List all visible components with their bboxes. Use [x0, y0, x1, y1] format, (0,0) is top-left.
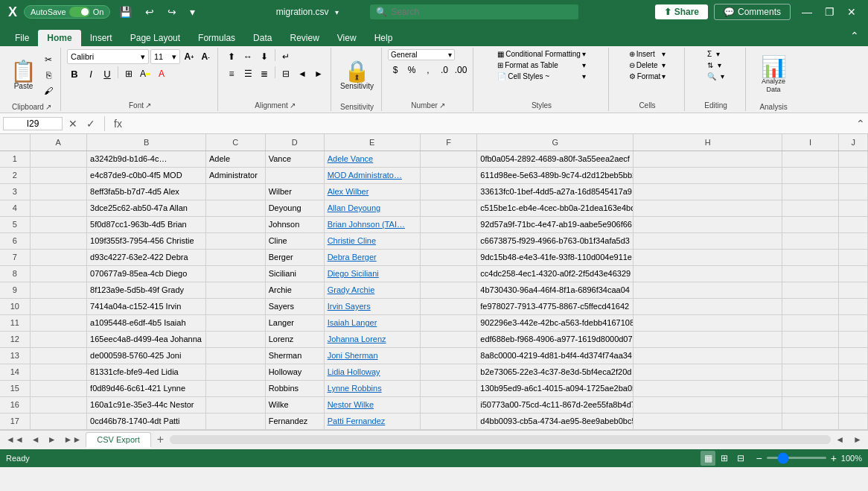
find-select-button[interactable]: 🔍 ▾ — [705, 72, 727, 81]
zoom-in-button[interactable]: + — [829, 452, 838, 464]
cell-h5[interactable] — [634, 216, 782, 232]
tab-data[interactable]: Data — [244, 30, 281, 46]
search-input[interactable] — [370, 4, 578, 19]
cell-d14[interactable]: Holloway — [265, 364, 324, 380]
cell-d5[interactable]: Johnson — [265, 216, 324, 232]
sheet-tab-csv-export[interactable]: CSV Export — [86, 432, 150, 448]
cell-a15[interactable] — [30, 380, 87, 396]
format-cells-button[interactable]: ⚙ Format ▾ — [627, 72, 668, 81]
cell-h6[interactable] — [634, 232, 782, 249]
cell-j15[interactable] — [839, 380, 868, 396]
cell-j5[interactable] — [839, 216, 868, 232]
cell-d10[interactable]: Sayers — [265, 298, 324, 314]
cell-c2[interactable]: Administrator — [206, 167, 266, 183]
sort-filter-button[interactable]: ⇅ ▾ — [705, 60, 727, 70]
row-number[interactable]: 7 — [0, 249, 30, 265]
increase-font-button[interactable]: A+ — [182, 49, 197, 64]
align-right-button[interactable]: ≣ — [257, 66, 272, 81]
cell-j8[interactable] — [839, 265, 868, 282]
cell-h1[interactable] — [634, 151, 782, 167]
cell-a10[interactable] — [30, 298, 87, 314]
cell-b16[interactable]: 160a1c91e-35e3-44c Nestor — [87, 396, 206, 413]
cell-styles-button[interactable]: 📄 Cell Styles ~ ▾ — [495, 72, 588, 81]
cell-g2[interactable]: 611d98ee-5e63-489b-9c74-d2d12beb5bb2 — [477, 167, 634, 183]
cell-j12[interactable] — [839, 331, 868, 347]
cell-a6[interactable] — [30, 232, 87, 249]
cell-f17[interactable] — [420, 413, 477, 429]
sum-button[interactable]: Σ ▾ — [705, 49, 727, 59]
ribbon-collapse-button[interactable]: ⌃ — [847, 28, 862, 43]
share-button[interactable]: ⬆ Share — [655, 4, 708, 19]
cell-b4[interactable]: 3dce25c62-ab50-47a Allan — [87, 200, 206, 216]
cell-b7[interactable]: d93c4227-63e2-422 Debra — [87, 249, 206, 265]
cell-e17[interactable]: Patti Fernandez — [324, 413, 420, 429]
col-header-a[interactable]: A — [30, 134, 87, 151]
cell-e4[interactable]: Allan Deyoung — [324, 200, 420, 216]
cell-g12[interactable]: edf688eb-f968-4906-a977-1619d8000d07 — [477, 331, 634, 347]
cell-j1[interactable] — [839, 151, 868, 167]
cell-j4[interactable] — [839, 200, 868, 216]
cell-b5[interactable]: 5f0d87cc1-963b-4d5 Brian — [87, 216, 206, 232]
cell-e16[interactable]: Nestor Wilke — [324, 396, 420, 413]
sheet-scroll-right[interactable]: ►► — [61, 434, 85, 445]
cell-b14[interactable]: 81331cfe-bfe9-4ed Lidia — [87, 364, 206, 380]
cell-b2[interactable]: e4c87de9-c0b0-4f5 MOD — [87, 167, 206, 183]
hscroll-right[interactable]: ► — [850, 434, 865, 445]
cell-b15[interactable]: f0d89d46-6c61-421 Lynne — [87, 380, 206, 396]
cell-j11[interactable] — [839, 314, 868, 331]
tab-page-layout[interactable]: Page Layout — [121, 30, 189, 46]
increase-decimal-button[interactable]: .00 — [453, 63, 468, 77]
tab-view[interactable]: View — [328, 30, 366, 46]
cell-e1[interactable]: Adele Vance — [324, 151, 420, 167]
cell-i17[interactable] — [782, 413, 838, 429]
undo-button[interactable]: ↩ — [141, 4, 159, 19]
wrap-text-button[interactable]: ↵ — [278, 49, 293, 64]
tab-insert[interactable]: Insert — [81, 30, 121, 46]
save-button[interactable]: 💾 — [115, 4, 136, 19]
cell-g5[interactable]: 92d57a9f-71bc-4e47-ab19-aabe5e906f66 — [477, 216, 634, 232]
cell-c15[interactable] — [206, 380, 266, 396]
cell-i15[interactable] — [782, 380, 838, 396]
row-number[interactable]: 13 — [0, 347, 30, 364]
copy-button[interactable]: ⎘ — [41, 68, 56, 83]
cell-j7[interactable] — [839, 249, 868, 265]
cell-j10[interactable] — [839, 298, 868, 314]
cell-g3[interactable]: 33613fc0-1bef-4dd5-a27a-16d8545417a9 — [477, 183, 634, 200]
cell-e12[interactable]: Johanna Lorenz — [324, 331, 420, 347]
cell-d13[interactable]: Sherman — [265, 347, 324, 364]
sheet-scroll-prev[interactable]: ◄ — [28, 434, 43, 445]
cell-e3[interactable]: Alex Wilber — [324, 183, 420, 200]
cell-b12[interactable]: 165eec4a8-d499-4ea Johanna — [87, 331, 206, 347]
cell-a1[interactable] — [30, 151, 87, 167]
cell-h2[interactable] — [634, 167, 782, 183]
cell-d15[interactable]: Robbins — [265, 380, 324, 396]
cell-d12[interactable]: Lorenz — [265, 331, 324, 347]
tab-help[interactable]: Help — [366, 30, 402, 46]
cell-g9[interactable]: 4b730430-96a4-46f4-8f1a-6896f34caa04 — [477, 282, 634, 298]
cell-g11[interactable]: 902296e3-442e-42bc-a563-fdebb4167108 — [477, 314, 634, 331]
cell-c4[interactable] — [206, 200, 266, 216]
page-layout-view-button[interactable]: ⊞ — [717, 451, 732, 466]
underline-button[interactable]: U — [100, 66, 115, 81]
cell-f2[interactable] — [420, 167, 477, 183]
cell-b1[interactable]: a3242b9d-b1d6-4c… — [87, 151, 206, 167]
cell-d1[interactable]: Vance — [265, 151, 324, 167]
row-number[interactable]: 8 — [0, 265, 30, 282]
zoom-out-button[interactable]: − — [754, 452, 763, 464]
top-align-button[interactable]: ⬆ — [224, 49, 239, 64]
cell-h16[interactable] — [634, 396, 782, 413]
formula-expand-button[interactable]: ⌃ — [856, 118, 865, 130]
cell-a16[interactable] — [30, 396, 87, 413]
tab-review[interactable]: Review — [281, 30, 328, 46]
font-family-selector[interactable]: Calibri ▾ — [67, 49, 149, 64]
col-header-g[interactable]: G — [477, 134, 634, 151]
cell-c5[interactable] — [206, 216, 266, 232]
delete-button[interactable]: ⊖ Delete ▾ — [627, 60, 668, 70]
decrease-font-button[interactable]: A- — [198, 49, 213, 64]
cell-f11[interactable] — [420, 314, 477, 331]
cell-h10[interactable] — [634, 298, 782, 314]
cell-f8[interactable] — [420, 265, 477, 282]
row-number[interactable]: 11 — [0, 314, 30, 331]
row-number[interactable]: 6 — [0, 232, 30, 249]
cell-i6[interactable] — [782, 232, 838, 249]
